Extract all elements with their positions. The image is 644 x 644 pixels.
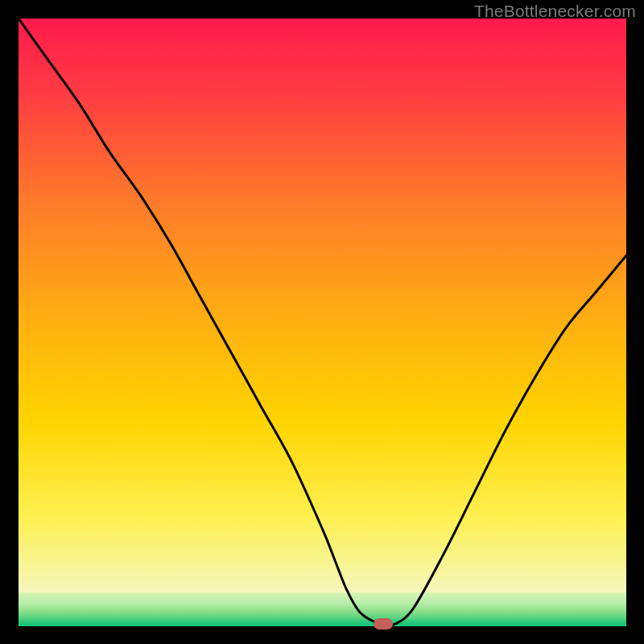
- optimal-marker: [374, 618, 393, 630]
- plot-area: [19, 19, 626, 626]
- bottleneck-curve: [19, 19, 626, 626]
- watermark-text: TheBottlenecker.com: [474, 2, 636, 21]
- chart-frame: TheBottlenecker.com: [0, 0, 644, 644]
